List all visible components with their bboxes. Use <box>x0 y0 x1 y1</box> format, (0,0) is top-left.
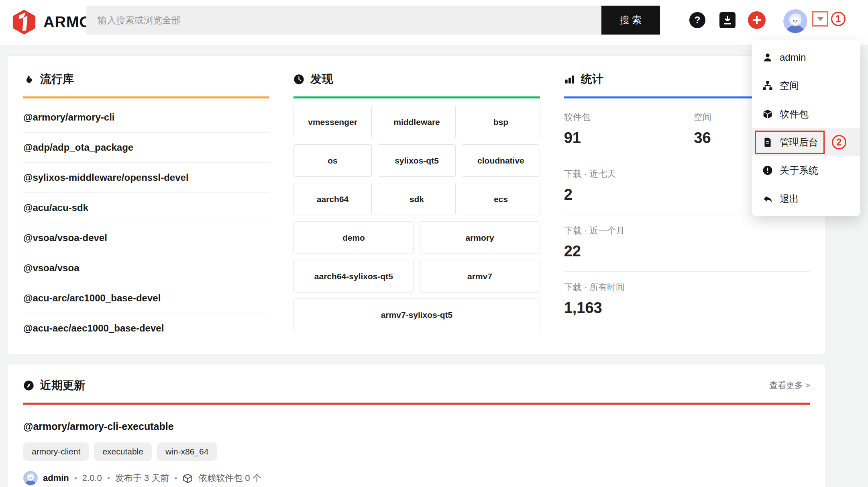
svg-text:?: ? <box>695 14 701 25</box>
stat-label: 下载 · 近一个月 <box>564 225 810 237</box>
tag-item[interactable]: vmessenger <box>293 106 371 138</box>
tag-item[interactable]: sylixos-qt5 <box>378 144 456 177</box>
menu-item-packages[interactable]: 软件包 <box>752 100 860 128</box>
publish-time: 发布于 3 天前 <box>115 472 169 484</box>
stat-downloads-month: 下载 · 近一个月 22 <box>564 215 810 272</box>
avatar-image <box>23 471 38 485</box>
author-avatar[interactable] <box>23 471 38 485</box>
recent-package-tags: armory-client executable win-x86_64 <box>23 442 810 461</box>
tag-item[interactable]: cloudnative <box>462 144 540 177</box>
tag-item[interactable]: armv7-sylixos-qt5 <box>293 299 540 331</box>
popular-header: 流行库 <box>23 72 269 86</box>
logout-icon <box>762 194 773 204</box>
package-cube-icon <box>182 473 193 484</box>
meta-separator: • <box>74 474 77 483</box>
popular-accent-bar <box>23 96 269 98</box>
menu-item-about[interactable]: 关于系统 <box>752 156 860 184</box>
clock-icon <box>293 74 304 85</box>
info-icon <box>762 165 773 176</box>
cube-icon <box>762 109 773 119</box>
menu-item-spaces[interactable]: 空间 <box>752 72 860 100</box>
meta-separator: • <box>174 474 177 483</box>
popular-package-link[interactable]: @vsoa/vsoa <box>23 253 269 283</box>
popular-package-link[interactable]: @sylixos-middleware/openssl-devel <box>23 163 269 193</box>
tag-item[interactable]: os <box>293 144 371 177</box>
popular-list: @armory/armory-cli @adp/adp_ota_package … <box>23 102 269 343</box>
sitemap-icon <box>762 80 773 91</box>
download-icon <box>719 12 736 28</box>
stat-label: 软件包 <box>564 111 681 123</box>
search-input[interactable] <box>86 6 601 35</box>
recent-title: 近期更新 <box>40 378 85 393</box>
popular-package-link[interactable]: @acu-aec/aec1000_base-devel <box>23 313 269 343</box>
stats-title: 统计 <box>581 72 603 87</box>
menu-item-label: 退出 <box>780 192 799 205</box>
discover-section: 发现 vmessenger middleware bsp os sylixos-… <box>293 72 540 343</box>
popular-package-link[interactable]: @adp/adp_ota_package <box>23 133 269 163</box>
menu-item-admin[interactable]: admin <box>752 43 860 72</box>
menu-item-label: 软件包 <box>780 108 809 121</box>
package-tag-chip[interactable]: armory-client <box>23 442 89 461</box>
menu-item-label: 关于系统 <box>780 164 818 177</box>
popular-package-link[interactable]: @vsoa/vsoa-devel <box>23 223 269 253</box>
package-tag-chip[interactable]: win-x86_64 <box>157 442 217 461</box>
tag-item[interactable]: sdk <box>378 183 456 215</box>
stat-label: 下载 · 所有时间 <box>564 281 810 293</box>
top-header: ARMORY 搜 索 ? 1 <box>0 0 868 45</box>
tag-item[interactable]: aarch64 <box>293 183 371 215</box>
popular-package-link[interactable]: @acu/acu-sdk <box>23 193 269 223</box>
user-icon <box>762 52 773 63</box>
question-icon: ? <box>689 12 705 28</box>
stat-value: 91 <box>564 129 681 147</box>
tag-item[interactable]: armv7 <box>420 260 540 293</box>
see-more-link[interactable]: 查看更多 > <box>769 380 810 391</box>
tag-item[interactable]: aarch64-sylixos-qt5 <box>293 260 414 293</box>
avatar-image <box>783 9 807 33</box>
recent-header: 近期更新 <box>23 378 85 393</box>
tag-item[interactable]: ecs <box>462 183 540 215</box>
bar-chart-icon <box>564 74 575 85</box>
tag-item[interactable]: demo <box>293 221 414 254</box>
recent-accent-bar <box>23 403 810 405</box>
discover-title: 发现 <box>310 72 333 87</box>
package-version: 2.0.0 <box>82 473 102 483</box>
menu-item-admin-console[interactable]: 管理后台 2 <box>752 128 860 156</box>
download-cli-button[interactable] <box>719 12 736 28</box>
armory-logo-icon <box>12 9 36 35</box>
plus-icon <box>752 15 762 25</box>
popular-package-link[interactable]: @armory/armory-cli <box>23 102 269 133</box>
annotation-step-2: 2 <box>832 135 846 149</box>
author-name[interactable]: admin <box>43 473 69 483</box>
package-tag-chip[interactable]: executable <box>94 442 152 461</box>
tag-item[interactable]: middleware <box>378 106 456 138</box>
tag-item[interactable]: armory <box>420 221 540 254</box>
menu-item-label: admin <box>780 52 806 63</box>
tag-item[interactable]: bsp <box>462 106 540 138</box>
popular-title: 流行库 <box>40 72 74 87</box>
discover-accent-bar <box>293 96 540 98</box>
menu-item-label: 管理后台 <box>780 136 818 149</box>
menu-item-label: 空间 <box>780 79 799 92</box>
discover-header: 发现 <box>293 72 540 86</box>
recent-package-meta: admin • 2.0.0 • 发布于 3 天前 • 依赖软件包 0 个 <box>23 471 810 485</box>
recent-updates-card: 近期更新 查看更多 > @armory/armory-cli-executabl… <box>8 364 826 487</box>
help-button[interactable]: ? <box>689 12 705 28</box>
tag-grid: vmessenger middleware bsp os sylixos-qt5… <box>293 106 540 331</box>
dependencies-count: 依赖软件包 0 个 <box>198 472 261 484</box>
user-dropdown-menu: admin 空间 软件包 管理后台 2 关于系统 <box>752 40 860 216</box>
user-avatar[interactable] <box>783 9 807 33</box>
user-menu-caret-annotation-box[interactable] <box>812 11 828 27</box>
meta-separator: • <box>107 474 110 483</box>
add-package-button[interactable] <box>748 11 766 29</box>
stat-value: 1,163 <box>564 299 810 317</box>
stat-packages: 软件包 91 <box>564 102 681 158</box>
flame-icon <box>23 74 34 85</box>
chevron-down-icon <box>817 17 824 21</box>
stat-downloads-all: 下载 · 所有时间 1,163 <box>564 272 810 328</box>
annotation-step-1: 1 <box>831 12 846 26</box>
recent-package-link[interactable]: @armory/armory-cli-executable <box>23 421 810 432</box>
popular-package-link[interactable]: @acu-arc/arc1000_base-devel <box>23 283 269 313</box>
popular-section: 流行库 @armory/armory-cli @adp/adp_ota_pack… <box>23 72 269 343</box>
search-button[interactable]: 搜 索 <box>601 6 660 35</box>
menu-item-logout[interactable]: 退出 <box>752 185 860 213</box>
